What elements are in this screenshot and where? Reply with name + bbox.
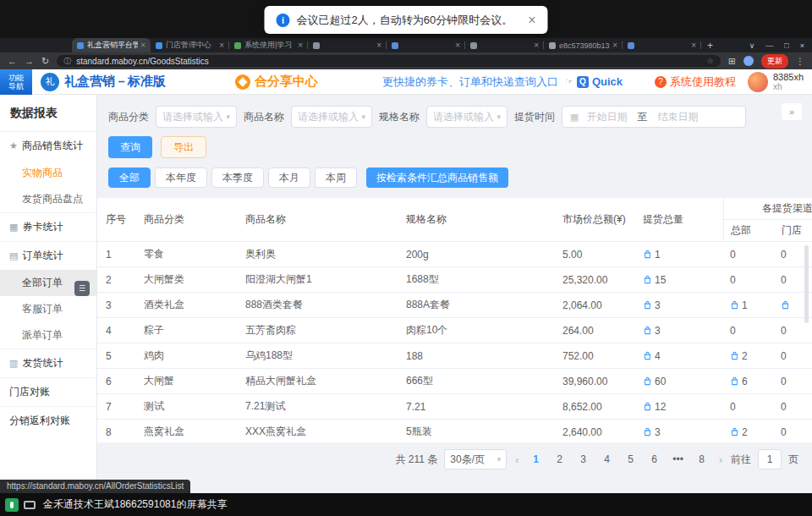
sidebar-item-store-reconcile[interactable]: 门店对账: [0, 377, 96, 406]
goods-table: 序号 商品分类 商品名称 规格名称 市场价总额(¥) 提货总量 各提货渠道 总部…: [97, 198, 812, 442]
forward-icon[interactable]: →: [25, 57, 34, 66]
browser-tab[interactable]: ×: [308, 38, 387, 52]
browser-update-button[interactable]: 更新: [761, 54, 788, 69]
pickup-icon[interactable]: [730, 351, 739, 360]
pickup-count: 3: [655, 426, 661, 438]
sidebar-item-order-stats[interactable]: ▤ 订单统计: [0, 241, 96, 270]
category-select[interactable]: 请选择或输入 ▾: [156, 106, 237, 128]
tab-close-icon[interactable]: ×: [298, 41, 303, 50]
chevron-down-icon: ▾: [226, 113, 230, 121]
tab-close-icon[interactable]: ×: [455, 41, 460, 50]
pickup-icon[interactable]: [730, 376, 739, 386]
browser-tab[interactable]: e8c573980b1328a258fd2e6i ×: [544, 38, 623, 52]
pickup-icon[interactable]: [643, 376, 652, 386]
collapse-panel-button[interactable]: »: [782, 103, 802, 120]
sidebar-item-rebate-reconcile[interactable]: 分销返利对账: [0, 406, 96, 435]
page-size-select[interactable]: 30条/页 ▾: [444, 449, 507, 469]
cell-hq: 0: [723, 318, 774, 343]
browser-tab[interactable]: 礼盒营销平台管理中心 ×: [72, 38, 151, 52]
pickup-icon[interactable]: [730, 427, 739, 436]
pickup-icon[interactable]: [643, 275, 652, 284]
maximize-icon[interactable]: □: [784, 41, 788, 50]
pickup-icon[interactable]: [643, 427, 652, 436]
share-center-link[interactable]: 合分享中心: [235, 74, 318, 90]
mic-icon[interactable]: [5, 498, 19, 512]
site-info-icon[interactable]: ⓘ: [63, 58, 71, 65]
back-icon[interactable]: ←: [8, 57, 17, 66]
tab-favicon-icon: [313, 42, 320, 49]
minimize-icon[interactable]: —: [765, 41, 773, 50]
search-button[interactable]: 查询: [108, 136, 152, 158]
url-bar[interactable]: ⓘ standard.maboy.cn/GoodsStatistics ☆: [57, 55, 721, 67]
range-tab[interactable]: 本年度: [155, 167, 207, 188]
refresh-icon[interactable]: ↻: [41, 57, 49, 66]
sidebar-item-card-stats[interactable]: ▦ 券卡统计: [0, 212, 96, 241]
table-row: 2 大闸蟹类 阳澄湖大闸蟹1 1688型 25,320.00 15: [97, 267, 812, 293]
browser-tab[interactable]: ×: [387, 38, 465, 52]
extensions-icon[interactable]: ⊞: [728, 57, 736, 66]
goto-page-input[interactable]: [758, 449, 782, 469]
page-number-button[interactable]: 5: [623, 450, 639, 469]
order-icon: ▤: [9, 251, 18, 261]
browser-menu-icon[interactable]: ⋮: [796, 57, 804, 66]
browser-tab[interactable]: 系统使用|学习 ×: [229, 38, 308, 52]
toast-close-icon[interactable]: ×: [528, 14, 535, 27]
sidebar-item-goods-stats[interactable]: ★ 商品销售统计: [0, 132, 96, 160]
page-number-button[interactable]: 1: [528, 450, 545, 469]
tab-search-icon[interactable]: ∨: [749, 41, 755, 50]
page-number-button[interactable]: •••: [670, 450, 687, 469]
pickup-icon[interactable]: [643, 250, 652, 259]
pickup-icon[interactable]: [643, 351, 652, 360]
tab-close-icon[interactable]: ×: [612, 41, 617, 50]
next-page-icon[interactable]: ›: [717, 453, 724, 466]
sidebar-item-shipping-stats[interactable]: ▥ 发货统计: [0, 349, 96, 377]
page-number-button[interactable]: 8: [694, 450, 710, 469]
function-nav-button[interactable]: 功能导航: [0, 69, 32, 95]
range-tab[interactable]: 全部: [108, 167, 151, 188]
pickup-icon[interactable]: [730, 300, 739, 310]
page-number-button[interactable]: 3: [575, 450, 592, 469]
range-tab[interactable]: 本季度: [211, 167, 264, 188]
pickup-icon[interactable]: [643, 300, 652, 310]
summary-button[interactable]: 按检索条件汇总商品销售额: [366, 167, 508, 188]
export-button[interactable]: 导出: [161, 136, 206, 158]
tab-close-icon[interactable]: ×: [140, 41, 145, 50]
sidebar-item-shipment-check[interactable]: 发货商品盘点: [0, 186, 96, 212]
pickup-icon[interactable]: [781, 300, 790, 310]
spec-select[interactable]: 请选择或输入 ▾: [426, 106, 508, 128]
pickup-date-range[interactable]: ▦ 开始日期 至 结束日期: [562, 106, 746, 128]
bookmark-star-icon[interactable]: ☆: [707, 57, 714, 65]
window-close-icon[interactable]: ×: [800, 41, 804, 50]
profile-avatar-icon[interactable]: [743, 56, 754, 66]
page-number-button[interactable]: 6: [646, 450, 663, 469]
sidebar-item-physical-goods[interactable]: 实物商品: [0, 160, 96, 186]
action-buttons: 查询 导出: [97, 128, 812, 158]
tab-close-icon[interactable]: ×: [534, 41, 539, 50]
name-select[interactable]: 请选择或输入 ▾: [291, 106, 372, 128]
prev-page-icon[interactable]: ‹: [513, 453, 520, 466]
browser-tab[interactable]: ×: [465, 38, 544, 52]
new-tab-button[interactable]: +: [707, 41, 713, 51]
quick-link[interactable]: ☞ Q Quick: [565, 75, 623, 88]
pickup-icon[interactable]: [643, 326, 652, 335]
browser-tab[interactable]: 门店管理中心 ×: [151, 38, 229, 52]
pickup-icon[interactable]: [643, 402, 652, 411]
range-tab[interactable]: 本周: [315, 167, 357, 188]
range-tab[interactable]: 本月: [268, 167, 310, 188]
tab-close-icon[interactable]: ×: [691, 41, 696, 50]
select-placeholder: 请选择或输入: [298, 110, 361, 124]
browser-tab[interactable]: ×: [623, 38, 701, 52]
cell-hq: 1: [723, 293, 774, 317]
sidebar-item-service-orders[interactable]: 客服订单: [0, 296, 96, 322]
sidebar-item-label: 分销返利对账: [9, 414, 70, 428]
sidebar-item-dispatch-orders[interactable]: 派单订单: [0, 322, 96, 349]
sidebar-drag-handle[interactable]: ☰: [74, 281, 90, 296]
tab-close-icon[interactable]: ×: [376, 41, 381, 50]
user-menu[interactable]: 8385xh xh: [748, 72, 804, 92]
page-number-button[interactable]: 4: [599, 450, 616, 469]
page-number-button[interactable]: 2: [551, 450, 568, 469]
table-row: 1 零食 奥利奥 200g 5.00 1 0: [97, 242, 812, 267]
tutorial-link[interactable]: ? 系统使用教程: [655, 74, 736, 90]
tab-close-icon[interactable]: ×: [219, 41, 224, 50]
table-scrollbar[interactable]: [804, 245, 809, 323]
